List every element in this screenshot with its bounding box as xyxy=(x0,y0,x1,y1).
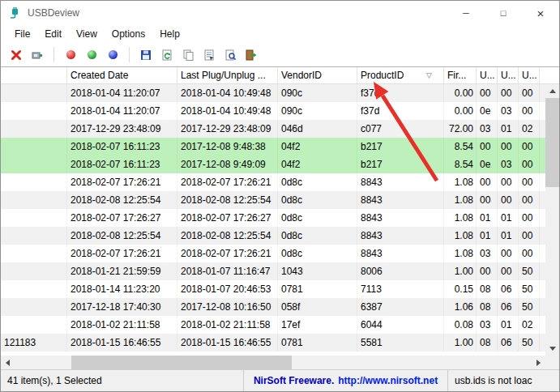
column-header-u1[interactable]: U... xyxy=(477,67,498,83)
cell-created: 2018-02-07 16:11:23 xyxy=(67,156,177,173)
properties-button[interactable] xyxy=(202,48,216,62)
close-icon: × xyxy=(537,6,545,20)
cell-u1: 00 xyxy=(477,84,498,102)
table-row[interactable]: 1211832018-01-15 16:46:552018-01-15 16:4… xyxy=(1,334,545,352)
menu-edit[interactable]: Edit xyxy=(37,27,69,41)
cell-u1: 01 xyxy=(477,209,498,227)
table-row[interactable]: 2018-01-02 21:11:582018-01-02 21:11:5817… xyxy=(1,316,545,334)
cell-u2: 00 xyxy=(498,191,519,209)
cell-created: 2018-02-07 17:26:21 xyxy=(67,245,177,262)
cell-plug: 2018-02-08 12:25:54 xyxy=(177,191,278,209)
cell-plug: 2018-01-04 10:49:48 xyxy=(177,84,278,102)
cell-pid: 8843 xyxy=(357,209,444,227)
table-row[interactable]: 2018-01-21 21:59:592018-01-07 11:16:4710… xyxy=(1,262,545,280)
cell-pid: 8843 xyxy=(357,227,444,245)
cell-u2: 06 xyxy=(498,334,519,352)
column-header-u3[interactable]: U... xyxy=(519,67,540,83)
cell-plug: 2017-12-08 9:49:09 xyxy=(177,156,278,173)
uninstall-button[interactable] xyxy=(9,48,24,62)
green-circle-button[interactable] xyxy=(84,48,99,62)
cell-c0: 121183 xyxy=(1,334,67,352)
cell-u2: 01 xyxy=(498,120,519,138)
scroll-right-button[interactable] xyxy=(532,356,545,369)
exit-icon xyxy=(245,49,258,62)
cell-u2: 06 xyxy=(498,298,519,316)
table-row[interactable]: 2018-01-14 11:23:202018-01-07 20:46:5307… xyxy=(1,280,545,298)
cell-pid: c077 xyxy=(357,120,444,138)
cell-fw: 0.08 xyxy=(444,316,477,334)
title-bar[interactable]: USBDeview ─ □ × xyxy=(1,1,559,25)
right-arrow-icon xyxy=(536,360,541,366)
save-icon xyxy=(139,49,152,62)
nirsoft-link[interactable]: http://www.nirsoft.net xyxy=(338,375,438,386)
scrollbar-corner xyxy=(545,356,559,369)
table-row[interactable]: 2018-02-07 16:11:232017-12-08 9:49:0904f… xyxy=(1,156,545,173)
vertical-scroll-thumb[interactable] xyxy=(545,98,559,187)
cell-u2: 03 xyxy=(498,102,519,120)
column-header-created[interactable]: Created Date xyxy=(67,67,177,83)
cell-plug: 2018-01-07 11:16:47 xyxy=(177,262,278,280)
scroll-up-button[interactable] xyxy=(545,84,559,98)
green-circle-icon xyxy=(88,50,96,59)
horizontal-scrollbar[interactable] xyxy=(1,356,545,369)
cell-u2: 06 xyxy=(498,280,519,298)
usb-device-button[interactable] xyxy=(30,48,45,62)
table-row[interactable]: 2018-01-04 11:20:072018-01-04 10:49:4809… xyxy=(1,102,545,120)
cell-plug: 2017-12-08 9:48:38 xyxy=(177,138,278,156)
cell-u1: 08 xyxy=(477,334,498,352)
cell-plug: 2018-01-07 20:46:53 xyxy=(177,280,278,298)
cell-fw: 8.54 xyxy=(444,156,477,173)
scroll-left-button[interactable] xyxy=(1,356,15,369)
column-header-vid[interactable]: VendorID xyxy=(278,67,357,83)
table-row[interactable]: 2018-01-04 11:20:072018-01-04 10:49:4809… xyxy=(1,84,545,102)
horizontal-scroll-thumb[interactable] xyxy=(71,356,292,369)
table-row[interactable]: 2017-12-29 23:48:092017-12-29 23:48:0904… xyxy=(1,120,545,138)
table-row[interactable]: 2018-02-07 17:26:212018-02-07 17:26:210d… xyxy=(1,245,545,262)
menu-view[interactable]: View xyxy=(69,27,105,41)
cell-u2: 00 xyxy=(498,245,519,262)
device-list: Created DateLast Plug/Unplug ...VendorID… xyxy=(1,66,559,369)
cell-u2: 00 xyxy=(498,138,519,156)
close-button[interactable]: × xyxy=(522,1,559,25)
left-arrow-icon xyxy=(6,360,10,366)
cell-fw: 1.00 xyxy=(444,262,477,280)
table-row[interactable]: 2017-12-18 17:40:302017-12-08 10:16:5005… xyxy=(1,298,545,316)
cell-u1: 03 xyxy=(477,316,498,334)
scroll-down-button[interactable] xyxy=(545,342,559,356)
column-header-fw[interactable]: Fir... xyxy=(444,67,477,83)
vertical-scrollbar[interactable] xyxy=(545,84,559,356)
cell-u1: 08 xyxy=(477,298,498,316)
cell-u1: 00 xyxy=(477,138,498,156)
find-button[interactable] xyxy=(223,48,237,62)
cell-fw: 0.00 xyxy=(444,102,477,120)
table-row[interactable]: 2018-02-08 12:25:542018-02-08 12:25:540d… xyxy=(1,227,545,245)
sort-descending-icon: ▽ xyxy=(426,70,432,81)
cell-u2: 03 xyxy=(498,156,519,173)
exit-button[interactable] xyxy=(244,48,259,62)
cell-pid: 6044 xyxy=(357,316,444,334)
column-header-u2[interactable]: U... xyxy=(498,67,519,83)
cell-c0 xyxy=(1,156,67,173)
copy-button[interactable] xyxy=(181,48,195,62)
menu-help[interactable]: Help xyxy=(152,27,187,41)
refresh-button[interactable] xyxy=(160,48,174,62)
cell-fw: 1.08 xyxy=(444,173,477,191)
table-row[interactable]: 2018-02-08 12:25:542018-02-08 12:25:540d… xyxy=(1,191,545,209)
column-header-plug[interactable]: Last Plug/Unplug ... xyxy=(177,67,278,83)
column-header-pid[interactable]: ProductID▽ xyxy=(357,67,444,83)
red-circle-button[interactable] xyxy=(63,48,78,62)
menu-options[interactable]: Options xyxy=(105,27,152,41)
table-row[interactable]: 2018-02-07 16:11:232017-12-08 9:48:3804f… xyxy=(1,138,545,156)
save-report-button[interactable] xyxy=(139,48,153,62)
cell-c0 xyxy=(1,245,67,262)
table-row[interactable]: 2018-02-07 17:26:212018-02-07 17:26:210d… xyxy=(1,173,545,191)
cell-vid: 04f2 xyxy=(278,138,357,156)
column-header-icon[interactable] xyxy=(1,67,67,83)
minimize-button[interactable]: ─ xyxy=(447,1,485,25)
cell-vid: 04f2 xyxy=(278,156,357,173)
table-row[interactable]: 2018-02-07 17:26:272018-02-07 17:26:270d… xyxy=(1,209,545,227)
maximize-button[interactable]: □ xyxy=(485,1,522,25)
blue-circle-button[interactable] xyxy=(105,48,120,62)
menu-file[interactable]: File xyxy=(7,27,37,41)
cell-u3: 02 xyxy=(519,316,540,334)
